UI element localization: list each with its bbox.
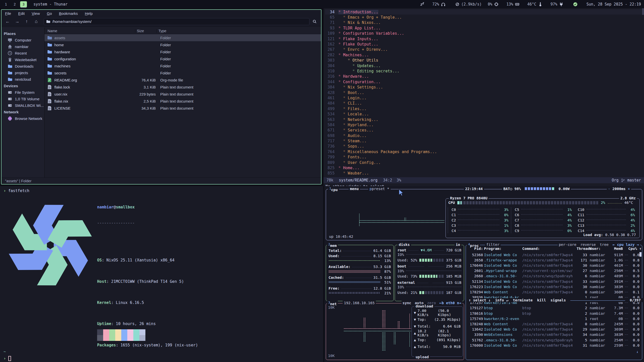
- keybind-button[interactable]: kill: [537, 298, 546, 302]
- mem-meter: [329, 260, 380, 261]
- header-user[interactable]: User:: [588, 247, 609, 251]
- nav-button[interactable]: ←: [4, 18, 12, 25]
- process-row[interactable]: 178294 Web Content /nix/store/sm8fmrf3wp…: [467, 289, 639, 295]
- org-heading-line: 310 * Editing secrets...: [325, 68, 641, 74]
- process-row[interactable]: 2658 .firefox-wrappe /nix/store/sm8fmrf3…: [467, 257, 639, 263]
- tab-cpu[interactable]: 1cpu: [328, 187, 339, 192]
- file-icon: [47, 106, 52, 111]
- process-row[interactable]: 2660 .emacs-31.0.50- /nix/store/wnqz5pa8…: [467, 274, 639, 279]
- workspace-button[interactable]: 3: [20, 1, 27, 7]
- proc-scrollbar-thumb[interactable]: [639, 252, 641, 257]
- org-stars: *: [338, 31, 343, 36]
- scrollbar-thumb[interactable]: [642, 8, 644, 15]
- search-button[interactable]: [310, 18, 319, 25]
- process-command: /nix/store/sm8fmrf3wps4: [522, 327, 576, 331]
- header-cpu[interactable]: Cpu% ↑: [627, 247, 641, 251]
- nav-button[interactable]: ⌂: [32, 18, 40, 25]
- process-row[interactable]: 13642 Isolated Web Co /nix/store/sm8fmrf…: [467, 327, 639, 332]
- process-row[interactable]: 3390 WebExtensions /nix/store/sm8fmrf3wp…: [467, 332, 639, 337]
- process-row[interactable]: 51762 .emacs-31.0.50- /nix/store/wnqz5pa…: [467, 337, 639, 343]
- process-row[interactable]: 176646 Isolated Web Co /nix/store/sm8fmr…: [467, 263, 639, 268]
- workspace-button[interactable]: 1: [3, 1, 9, 7]
- io-mode-button[interactable]: io: [455, 243, 461, 247]
- per-core-toggle[interactable]: per-core: [559, 243, 576, 247]
- tree-toggle[interactable]: tree: [600, 243, 609, 247]
- mem-stat-value: 53.3 GiB: [373, 265, 391, 269]
- org-stars: *: [338, 15, 348, 20]
- file-row[interactable]: home Folder: [45, 41, 321, 48]
- file-row[interactable]: secrets Folder: [45, 69, 321, 76]
- file-row[interactable]: assets Folder: [45, 34, 321, 41]
- preset-button[interactable]: ppreset *: [368, 187, 391, 191]
- menu-item[interactable]: File: [5, 11, 11, 16]
- process-user: nambiar: [588, 253, 609, 257]
- core-label: C1: [452, 213, 456, 217]
- keybind-button[interactable]: signals: [550, 298, 566, 302]
- sidebar-item[interactable]: Computer: [2, 37, 44, 43]
- process-row[interactable]: 52368 Isolated Web Co /nix/store/sm8fmrf…: [467, 252, 639, 257]
- header-program[interactable]: Program:: [484, 247, 521, 251]
- interval-increase[interactable]: +: [628, 187, 630, 191]
- menu-item[interactable]: Bookmarks: [59, 11, 78, 16]
- interval-decrease[interactable]: -: [608, 187, 610, 191]
- tab-mem[interactable]: 2mem: [327, 243, 338, 248]
- workspace-button[interactable]: 2: [11, 1, 18, 7]
- shell-prompt: › fastfetch: [4, 189, 29, 193]
- current-path: /home/nambiar/system/: [52, 19, 92, 24]
- sort-selector[interactable]: ← cpu lazy →: [613, 243, 639, 247]
- column-header-name[interactable]: Name: [45, 29, 135, 33]
- sidebar-item[interactable]: SMALLBOX Wi...: [2, 102, 44, 109]
- menu-item[interactable]: View: [32, 11, 40, 16]
- path-bar[interactable]: /home/nambiar/system/: [44, 18, 309, 25]
- file-row[interactable]: README.org 76,4 KiB Org-mode file: [45, 76, 321, 83]
- process-pid: 178248: [467, 322, 483, 326]
- column-header-type[interactable]: Type: [156, 29, 321, 33]
- sidebar-item[interactable]: Wastebasket: [2, 56, 44, 63]
- keybind-button[interactable]: ↑ select ↓: [469, 298, 491, 302]
- header-threads[interactable]: Threads:: [577, 247, 587, 251]
- process-row[interactable]: 178616 btop btop 2 nambiar 7.4M 0.0: [467, 311, 639, 316]
- file-row[interactable]: flake.lock 3,1 KiB Plain text document: [45, 83, 321, 90]
- menu-item[interactable]: Edit: [18, 11, 25, 16]
- file-row[interactable]: LICENSE 34,3 KiB Plain text document: [45, 105, 321, 112]
- sidebar-item[interactable]: projects: [2, 69, 44, 76]
- file-row[interactable]: machines Folder: [45, 62, 321, 69]
- core-row: C12 4%: [574, 218, 637, 223]
- sidebar-item[interactable]: Recent: [2, 50, 44, 56]
- keybind-button[interactable]: terminate: [513, 298, 533, 302]
- file-row[interactable]: user.nix 229 bytes Plain text document: [45, 90, 321, 98]
- file-row[interactable]: flake.nix 2,5 KiB Plain text document: [45, 98, 321, 105]
- sidebar-item[interactable]: nextcloud: [2, 76, 44, 82]
- header-pid[interactable]: Pid:: [467, 247, 483, 251]
- proc-filter-button[interactable]: filter: [485, 243, 501, 247]
- header-mem[interactable]: MemB: [610, 247, 623, 251]
- net-sync-button[interactable]: sync: [403, 301, 411, 305]
- process-row[interactable]: 176223 Isolated Web Co /nix/store/sm8fmr…: [467, 284, 639, 289]
- column-header-size[interactable]: Size: [135, 29, 156, 33]
- process-row[interactable]: 178248 Web Content /nix/store/sm8fmrf3wp…: [467, 321, 639, 327]
- org-stars: *: [338, 26, 343, 30]
- net-interface-switch[interactable]: ←b eth0 n→: [439, 301, 461, 305]
- process-row[interactable]: 179127 btop btop 2 nambiar 7.3M 0.0: [467, 305, 639, 311]
- reverse-toggle[interactable]: reverse: [580, 243, 596, 247]
- menu-button[interactable]: menu: [349, 187, 360, 191]
- file-row[interactable]: configuration Folder: [45, 55, 321, 62]
- tab-net[interactable]: 3net: [327, 301, 338, 306]
- process-row[interactable]: 175749 kworker/6:2-even 1 root 0B 0.0: [467, 316, 639, 321]
- sidebar-item[interactable]: 1,0 TB Volume: [2, 96, 44, 102]
- nav-button[interactable]: ↑: [23, 18, 31, 25]
- menu-item[interactable]: Go: [47, 11, 52, 16]
- sidebar-item[interactable]: File System: [2, 89, 44, 96]
- nav-button[interactable]: →: [13, 18, 21, 25]
- process-row[interactable]: 52134 Isolated Web Co /nix/store/sm8fmrf…: [467, 279, 639, 284]
- menu-item[interactable]: Help: [85, 11, 93, 16]
- header-command[interactable]: Command:: [522, 247, 576, 251]
- process-row[interactable]: 176000 Isolated Web Co /nix/store/sm8fmr…: [467, 343, 639, 348]
- sidebar-item[interactable]: Browse Network: [2, 115, 44, 122]
- color-swatch: [115, 335, 121, 341]
- file-row[interactable]: hardware Folder: [45, 48, 321, 55]
- keybind-button[interactable]: info ↵: [495, 298, 508, 302]
- sidebar-item[interactable]: Downloads: [2, 63, 44, 69]
- process-row[interactable]: 2601 .Hyprland-wrapp /run/current-system…: [467, 268, 639, 274]
- sidebar-item[interactable]: nambiar: [2, 43, 44, 50]
